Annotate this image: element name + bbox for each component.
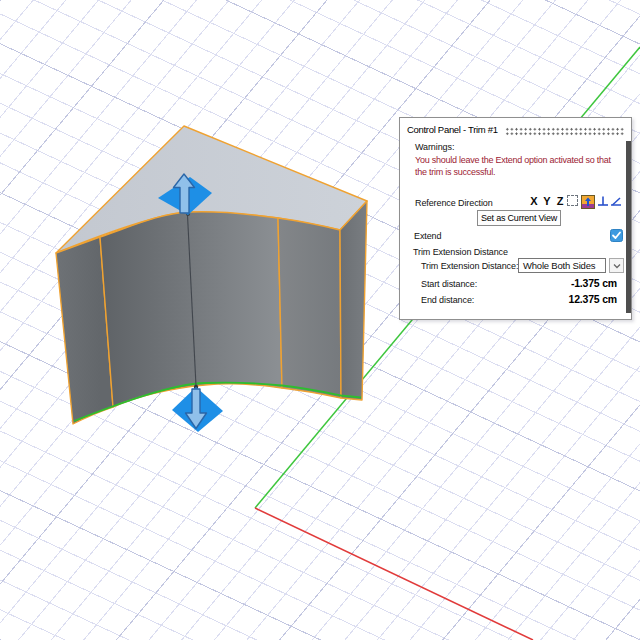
trim-extension-section-label: Trim Extension Distance xyxy=(413,247,508,257)
warning-text-line2: the trim is successful. xyxy=(415,167,495,177)
end-distance-label: End distance: xyxy=(421,295,474,305)
reference-direction-label: Reference Direction xyxy=(415,198,493,208)
panel-title: Control Panel - Trim #1 xyxy=(407,124,498,135)
end-distance-value[interactable]: 12.375 cm xyxy=(569,293,617,305)
start-distance-value[interactable]: -1.375 cm xyxy=(571,277,617,289)
x-axis-line xyxy=(255,508,533,640)
pick-direction-icon[interactable] xyxy=(567,195,578,206)
viewport-3d xyxy=(0,0,640,640)
chevron-down-icon xyxy=(613,263,621,269)
panel-scrollbar[interactable] xyxy=(626,141,631,313)
extend-label: Extend xyxy=(414,231,441,241)
current-view-direction-icon[interactable] xyxy=(581,195,595,209)
control-panel: Control Panel - Trim #1 Warnings: You sh… xyxy=(399,117,632,320)
perpendicular-direction-icon[interactable] xyxy=(597,195,609,207)
dropdown-arrow-button[interactable] xyxy=(609,258,624,273)
app-window: Control Panel - Trim #1 Warnings: You sh… xyxy=(0,0,640,640)
x-direction-button[interactable]: X xyxy=(528,195,540,207)
z-direction-button[interactable]: Z xyxy=(554,195,566,207)
angle-direction-icon[interactable] xyxy=(610,195,622,207)
solid-front-face-right[interactable] xyxy=(278,218,341,398)
y-direction-button[interactable]: Y xyxy=(541,195,553,207)
trim-extension-distance-label: Trim Extension Distance: xyxy=(421,261,518,271)
warning-text-line1: You should leave the Extend option activ… xyxy=(415,155,611,165)
trim-extension-dropdown[interactable]: Whole Both Sides xyxy=(518,258,606,273)
set-as-current-view-button[interactable]: Set as Current View xyxy=(477,210,561,226)
trimmed-solid xyxy=(56,126,367,424)
extend-checkbox[interactable] xyxy=(610,229,623,242)
checkmark-icon xyxy=(611,230,622,241)
warnings-label: Warnings: xyxy=(415,142,454,152)
start-distance-label: Start distance: xyxy=(421,279,477,289)
solid-side-face-right[interactable] xyxy=(340,201,367,400)
panel-drag-handle-icon[interactable] xyxy=(505,127,624,136)
bottom-direction-handle[interactable] xyxy=(172,387,223,432)
solid-front-face-center[interactable] xyxy=(100,212,282,407)
